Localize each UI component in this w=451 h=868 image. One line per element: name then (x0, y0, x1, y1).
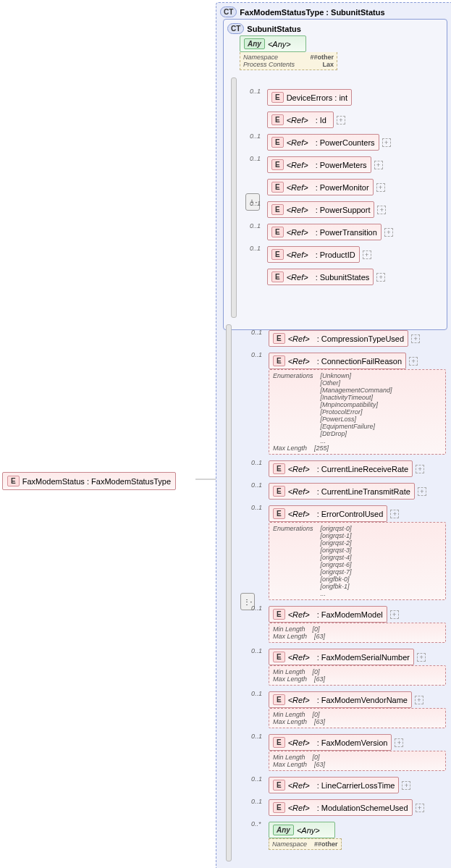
schema-element-row: 0..1E<Ref>: ErrorControlUsed+Enumeration… (269, 505, 446, 600)
maxlen-label: Max Length (273, 444, 307, 452)
any-detail-box: Namespace ##other Process Contents Lax (240, 52, 337, 70)
expand-icon[interactable]: + (376, 273, 385, 282)
schema-element-row: 0..1E<Ref>: ConnectionFailReason+Enumera… (269, 353, 446, 455)
any-badge: Any (244, 38, 265, 49)
element-name: : CurrentLineReceiveRate (317, 465, 409, 473)
element-badge: E (271, 249, 284, 260)
schema-element-row: 0..1E<Ref>: LineCarrierLossTime+ (269, 777, 446, 793)
element-detail-box: Enumerations[origrqst-0][origrqst-1][ori… (269, 522, 446, 600)
occurrence-label: 0..1 (250, 88, 261, 95)
maxlen-label: Max Length (273, 761, 307, 768)
any-detail-box: Namespace##other (269, 838, 342, 850)
any-ns-value: ##other (310, 54, 334, 61)
expand-icon[interactable]: + (416, 804, 424, 812)
enums-label: Enumerations (273, 372, 313, 444)
any-pc-value: Lax (322, 61, 334, 68)
schema-element-row: E<Ref>: SubunitStates+ (267, 269, 437, 285)
minlen-label: Min Length (273, 754, 305, 761)
expand-icon[interactable]: + (402, 781, 410, 790)
expand-icon[interactable]: + (411, 334, 420, 343)
minlen-value: [0] (313, 668, 320, 675)
schema-element-row: 0..1E<Ref>: PowerCounters+ (267, 134, 437, 151)
element-name: : Id (316, 116, 326, 125)
expand-icon[interactable]: + (363, 250, 371, 259)
expand-icon[interactable]: + (384, 228, 393, 237)
schema-element-row: 0..1E<Ref>: FaxModemVersion+Min Length[0… (269, 734, 446, 771)
occurrence-label: 0..1 (251, 690, 262, 697)
element-box: E<Ref>: FaxModemModel (269, 606, 387, 623)
schema-element-row: 0..1E<Ref>: ProductID+ (267, 246, 437, 263)
element-name: DeviceErrors : int (287, 93, 347, 102)
expand-icon[interactable]: + (395, 738, 403, 747)
maxlen-value: [63] (314, 633, 325, 640)
element-badge: E (273, 694, 285, 705)
element-badge: E (273, 802, 285, 813)
expand-icon[interactable]: + (417, 653, 426, 662)
expand-icon[interactable]: + (376, 183, 385, 192)
occurrence-label: 0..1 (251, 775, 262, 783)
any-wildcard-block: Any <Any> Namespace ##other Process Cont… (240, 35, 337, 70)
ref-indicator: <Ref> (288, 653, 310, 662)
complextype-title-row: CT FaxModemStatusType : SubunitStatus (220, 7, 450, 17)
element-name: : PowerTransition (316, 228, 377, 237)
element-badge: E (271, 182, 284, 193)
occurrence-label: 0..1 (251, 459, 262, 466)
schema-element-row: 0..1E<Ref>: ModulationSchemeUsed+ (269, 799, 446, 816)
enums-values: [origrqst-0][origrqst-1][origrqst-2][ori… (321, 525, 352, 597)
expand-icon[interactable]: + (382, 138, 391, 147)
any-label: <Any> (297, 826, 320, 835)
any-pc-label: Process Contents (243, 61, 295, 68)
element-name: : CurrentLineTransmitRate (317, 487, 410, 496)
ref-indicator: <Ref> (287, 183, 308, 192)
ref-indicator: <Ref> (288, 510, 310, 518)
schema-element-row: 0..1E<Ref>: FaxModemVendorName+Min Lengt… (269, 691, 446, 728)
expand-icon[interactable]: + (415, 696, 423, 704)
occurrence-label: 0..1 (250, 245, 261, 252)
element-badge: E (273, 508, 285, 519)
occurrence-label: 0..1 (251, 733, 262, 740)
element-badge: E (271, 137, 284, 148)
maxlen-value: [255] (314, 444, 329, 452)
minlen-label: Min Length (273, 668, 305, 675)
expand-icon[interactable]: + (390, 610, 399, 619)
enums-label: Enumerations (273, 525, 313, 597)
expand-icon[interactable]: + (416, 465, 424, 473)
occurrence-label: 0..1 (251, 504, 262, 511)
expand-icon[interactable]: + (390, 510, 399, 518)
element-detail-box: Min Length[0]Max Length[63] (269, 751, 446, 771)
element-box: E<Ref>: PowerMeters (267, 156, 371, 173)
element-box: E<Ref>: PowerTransition (267, 224, 382, 240)
element-badge: E (273, 355, 285, 366)
expand-icon[interactable]: + (374, 161, 383, 169)
element-name: : SubunitStates (316, 273, 370, 282)
element-name: : PowerCounters (316, 138, 375, 147)
complextype-title: FaxModemStatusType : SubunitStatus (240, 8, 384, 17)
element-box: E<Ref>: ModulationSchemeUsed (269, 799, 413, 816)
element-badge: E (7, 476, 20, 486)
element-detail-box: Enumerations[Unknown][Other][ManagementC… (269, 369, 446, 455)
element-name: : ModulationSchemeUsed (317, 804, 408, 812)
expand-icon[interactable]: + (418, 487, 426, 496)
occurrence-label: 0..1 (250, 200, 261, 207)
element-box: E<Ref>: ProductID (267, 246, 360, 263)
element-badge: E (273, 333, 285, 344)
expand-icon[interactable]: + (337, 116, 345, 125)
expand-icon[interactable]: + (409, 357, 418, 366)
element-box: E<Ref>: PowerCounters (267, 134, 379, 151)
any-ns-label: Namespace (272, 840, 307, 848)
ref-indicator: <Ref> (287, 228, 308, 237)
element-name: : PowerSupport (316, 206, 371, 214)
occurrence-label: 0..1 (251, 351, 262, 358)
element-box: E<Ref>: ErrorControlUsed (269, 505, 387, 522)
occurrence-label: 0..1 (250, 132, 261, 140)
sequence-bar-outer (226, 324, 232, 861)
schema-element-row: 0..1E<Ref>: CompressionTypeUsed+ (269, 330, 446, 347)
element-name: : ErrorControlUsed (317, 510, 384, 518)
schema-element-row: 0..1E<Ref>: CurrentLineTransmitRate+ (269, 483, 446, 500)
element-name: : CompressionTypeUsed (317, 334, 404, 343)
element-name: : FaxModemModel (317, 610, 383, 619)
element-badge: E (271, 204, 284, 215)
expand-icon[interactable]: + (377, 206, 386, 214)
element-name: : ConnectionFailReason (317, 357, 402, 366)
element-name: : FaxModemVersion (317, 738, 388, 747)
